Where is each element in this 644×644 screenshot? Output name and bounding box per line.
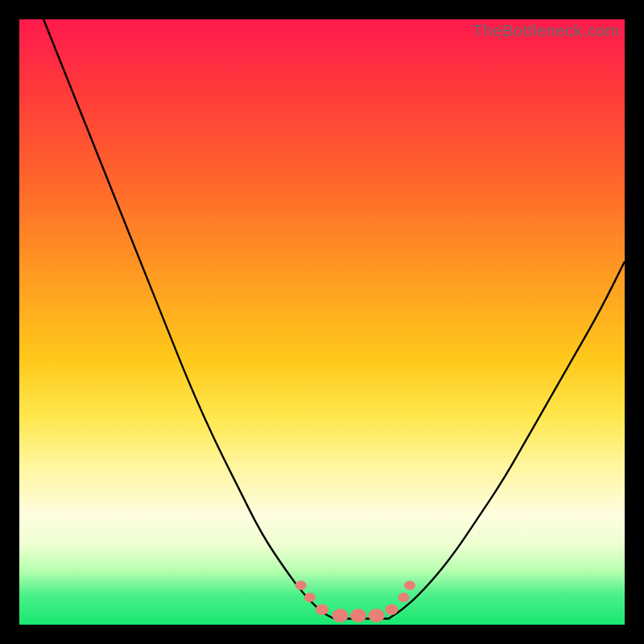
curve-marker xyxy=(350,609,366,622)
curve-marker xyxy=(332,609,349,622)
curve-marker xyxy=(369,609,385,622)
chart-frame: TheBottleneck.com xyxy=(0,0,644,644)
chart-plot-area: TheBottleneck.com xyxy=(19,19,625,625)
curve-marker xyxy=(398,592,410,602)
curve-marker xyxy=(385,604,398,615)
curve-marker xyxy=(304,592,316,602)
curve-marker xyxy=(295,580,307,590)
curve-markers xyxy=(295,580,415,622)
curve-marker xyxy=(316,604,328,615)
curve-path xyxy=(43,19,625,618)
curve-marker xyxy=(404,580,415,590)
bottleneck-curve xyxy=(19,19,625,625)
